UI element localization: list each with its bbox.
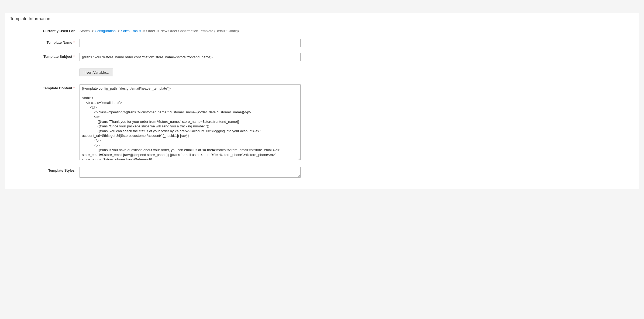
breadcrumb-order: Order [146,29,155,33]
breadcrumb-tail: New Order Confirmation Template (Default… [160,29,239,33]
required-mark-icon: * [73,86,75,90]
row-template-subject: Template Subject* [5,52,639,66]
template-styles-textarea[interactable] [80,167,301,178]
breadcrumb-stores: Stores [80,29,90,33]
breadcrumb-configuration-link[interactable]: Configuration [95,29,116,33]
breadcrumb: Stores -> Configuration -> Sales Emails … [80,27,301,33]
required-mark-icon: * [73,55,75,59]
row-template-content: Template Content* [5,83,639,166]
required-mark-icon: * [73,40,75,45]
panel-title: Template Information [5,13,639,26]
breadcrumb-sales-emails-link[interactable]: Sales Emails [121,29,141,33]
template-content-textarea[interactable] [80,84,301,160]
label-template-name: Template Name [47,40,72,45]
row-insert-variable: Insert Variable... [5,66,639,83]
label-template-content: Template Content [43,86,72,90]
insert-variable-button[interactable]: Insert Variable... [80,69,113,76]
row-template-styles: Template Styles [5,166,639,183]
label-template-styles: Template Styles [10,167,80,172]
label-template-subject: Template Subject [43,55,72,59]
template-subject-input[interactable] [80,53,301,61]
row-template-name: Template Name* [5,38,639,52]
label-currently-used-for: Currently Used For [10,27,80,33]
template-information-panel: Template Information Currently Used For … [5,13,639,189]
template-name-input[interactable] [80,39,301,47]
row-currently-used-for: Currently Used For Stores -> Configurati… [5,26,639,38]
